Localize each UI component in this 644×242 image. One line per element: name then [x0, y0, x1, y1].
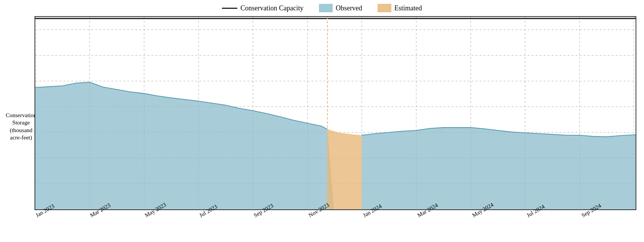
legend-capacity-label: Conservation Capacity: [240, 4, 303, 12]
y-axis-label: Conservation Storage (thousand acre-feet…: [8, 16, 34, 237]
legend-item-capacity: Conservation Capacity: [222, 4, 303, 12]
chart-body: 0 20 40 60 80 100 120 140: [34, 16, 636, 237]
chart-area: Conservation Storage (thousand acre-feet…: [8, 16, 636, 242]
legend-item-observed: Observed: [319, 4, 362, 12]
legend-observed-label: Observed: [336, 4, 362, 12]
legend-estimated-icon: [378, 4, 391, 12]
y-axis-label-line2: (thousand acre-feet): [8, 127, 34, 142]
chart-legend: Conservation Capacity Observed Estimated: [222, 4, 422, 12]
legend-item-estimated: Estimated: [378, 4, 422, 12]
legend-estimated-label: Estimated: [394, 4, 422, 12]
chart-container: Conservation Capacity Observed Estimated…: [0, 0, 644, 242]
legend-observed-icon: [319, 4, 333, 12]
estimated-area: [327, 129, 362, 209]
y-axis-label-line1: Conservation Storage: [6, 112, 36, 127]
observed-area-2024: [362, 128, 636, 209]
main-chart-svg: 0 20 40 60 80 100 120 140: [34, 16, 636, 210]
legend-line-icon: [222, 8, 237, 9]
